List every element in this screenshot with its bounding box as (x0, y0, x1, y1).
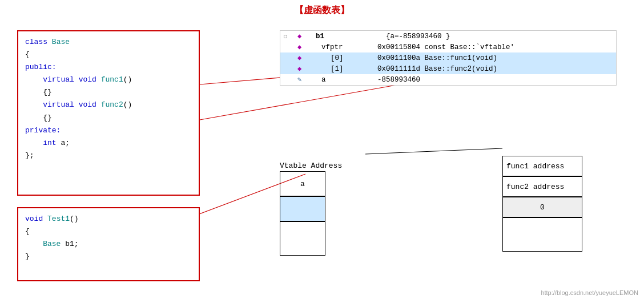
debug-indent-vfptr (280, 42, 294, 52)
func-table-box: func1 address func2 address 0 (502, 156, 582, 252)
debug-val-0: 0x0011100a Base::func1(void) (370, 52, 616, 63)
debug-icon-a: ✎ (294, 74, 312, 85)
debug-icon-diamond-b1: ◆ (294, 31, 312, 42)
test-line-2: { (25, 225, 192, 238)
page-title: 【虚函数表】 (0, 0, 644, 19)
mem-cell-vfptr (280, 196, 325, 221)
debug-val-vfptr: 0x00115804 const Base::`vftable' (370, 42, 616, 52)
debug-val-1: 0x0011111d Base::func2(void) (370, 63, 616, 74)
code-line-2: { (25, 49, 192, 61)
debug-icon-vfptr: ◆ (294, 42, 312, 52)
debug-icon-0: ◆ (294, 52, 312, 63)
debug-name-a: a (312, 74, 370, 85)
code-line-8: private: (25, 124, 192, 137)
debug-icon-1: ◆ (294, 63, 312, 74)
debug-panel: □ ◆ b1 {a=-858993460 } ◆ vfptr 0x0011580… (280, 30, 617, 86)
code-line-7: {} (25, 112, 192, 124)
mem-cell-empty (280, 221, 325, 256)
code-box-base: class Base { public: virtual void func1(… (17, 30, 200, 196)
vtable-address-label: Vtable Address (280, 161, 342, 170)
func-cell-func1: func1 address (502, 156, 582, 176)
code-line-1: class Base (25, 36, 192, 49)
code-line-11: }; (25, 150, 192, 162)
test-line-1: void Test1() (25, 213, 192, 225)
vtable-addr-box: Vtable Address a (280, 161, 365, 256)
debug-indent-1 (280, 63, 294, 74)
debug-table: □ ◆ b1 {a=-858993460 } ◆ vfptr 0x0011580… (280, 31, 616, 85)
test-line-4: } (25, 250, 192, 263)
debug-indent-0 (280, 52, 294, 63)
code-line-5: {} (25, 86, 192, 99)
debug-row-b1: □ ◆ b1 {a=-858993460 } (280, 31, 616, 42)
code-line-4: virtual void func1() (25, 74, 192, 86)
mem-column: a (280, 171, 325, 256)
code-line-6: virtual void func2() (25, 99, 192, 111)
code-line-9: int a; (25, 137, 192, 150)
func-cell-extra (502, 217, 582, 252)
debug-row-1: ◆ [1] 0x0011111d Base::func2(void) (280, 63, 616, 74)
func-cell-func2: func2 address (502, 176, 582, 197)
code-box-test: void Test1() { Base b1; } (17, 207, 200, 281)
func-cell-zero: 0 (502, 197, 582, 217)
debug-icon-b1: □ (280, 31, 294, 42)
debug-row-0: ◆ [0] 0x0011100a Base::func1(void) (280, 52, 616, 63)
debug-row-a: ✎ a -858993460 (280, 74, 616, 85)
debug-name-vfptr: vfptr (312, 42, 370, 52)
footer-url: http://blog.csdn.net/yueyueLEMON (541, 289, 638, 296)
debug-indent-a (280, 74, 294, 85)
debug-val-a: -858993460 (370, 74, 616, 85)
debug-row-vfptr: ◆ vfptr 0x00115804 const Base::`vftable' (280, 42, 616, 52)
debug-name-1: [1] (312, 63, 370, 74)
main-content: class Base { public: virtual void func1(… (0, 19, 644, 298)
debug-name-b1: b1 (312, 31, 370, 42)
mem-cell-a: a (280, 171, 325, 196)
debug-name-0: [0] (312, 52, 370, 63)
code-line-3: public: (25, 61, 192, 74)
test-line-3: Base b1; (25, 238, 192, 250)
debug-val-b1: {a=-858993460 } (370, 31, 616, 42)
